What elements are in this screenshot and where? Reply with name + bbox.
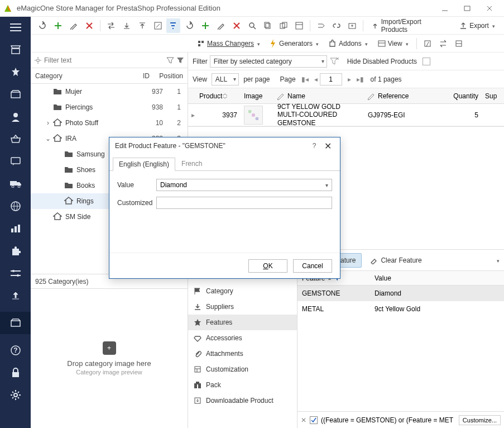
side-tab-pack[interactable]: Pack xyxy=(188,377,297,393)
view-button[interactable]: View xyxy=(373,36,413,51)
col-category[interactable]: Category xyxy=(35,72,116,80)
delete-button[interactable] xyxy=(82,18,97,33)
side-tab-features[interactable]: Features xyxy=(188,315,297,330)
tab-french[interactable]: French xyxy=(175,157,208,170)
feature-row[interactable]: GEMSTONEDiamond xyxy=(297,286,504,301)
filter-clear-icon[interactable] xyxy=(329,57,339,66)
tab-english[interactable]: English (English) xyxy=(113,158,175,171)
move-button[interactable] xyxy=(314,18,328,33)
refresh-button[interactable] xyxy=(35,18,50,33)
col-image[interactable]: Image xyxy=(241,92,274,100)
export-button[interactable] xyxy=(135,18,150,33)
link-button[interactable] xyxy=(329,18,344,33)
upload-icon[interactable] xyxy=(9,289,22,302)
col-position[interactable]: Position xyxy=(150,72,183,80)
menu-icon[interactable] xyxy=(9,21,22,34)
hide-disabled-checkbox[interactable] xyxy=(423,58,430,65)
export-button-right[interactable]: Export xyxy=(455,18,500,33)
box-icon[interactable] xyxy=(9,88,22,101)
edit-button[interactable] xyxy=(66,18,81,33)
close-button[interactable] xyxy=(478,0,501,17)
import-button[interactable] xyxy=(119,18,134,33)
help-icon[interactable]: ? xyxy=(9,344,22,356)
tree-row[interactable]: ›Photo Stuff102 xyxy=(31,115,188,131)
swap-button[interactable] xyxy=(104,18,118,33)
page-number-input[interactable] xyxy=(320,73,342,85)
minimize-button[interactable] xyxy=(434,0,456,17)
puzzle-icon[interactable] xyxy=(9,245,22,257)
products-delete-button[interactable] xyxy=(229,18,244,33)
lock-icon[interactable] xyxy=(9,367,22,379)
search-button[interactable] xyxy=(245,18,260,33)
tree-row[interactable]: Piercings9381 xyxy=(31,99,188,115)
gear-small-icon[interactable] xyxy=(34,56,42,64)
cancel-button[interactable]: Cancel xyxy=(293,259,332,273)
expander-icon[interactable]: › xyxy=(44,119,52,127)
side-tab-customization[interactable]: Customization xyxy=(188,362,297,377)
truck-icon[interactable] xyxy=(9,178,22,190)
addtab-button[interactable] xyxy=(345,18,359,33)
dialog-close-button[interactable]: ✕ xyxy=(321,141,334,151)
star-icon[interactable] xyxy=(9,66,22,78)
last-page-button[interactable]: ▸▮ xyxy=(357,75,364,83)
chat-icon[interactable] xyxy=(9,155,22,168)
maximize-button[interactable] xyxy=(456,0,478,17)
tree-row[interactable]: Mujer9371 xyxy=(31,84,188,99)
category-filter-input[interactable] xyxy=(44,56,164,64)
col-value[interactable]: Value xyxy=(370,274,504,282)
add-button[interactable] xyxy=(51,18,65,33)
archive-icon[interactable] xyxy=(0,312,31,334)
side-tab-attachments[interactable]: Attachments xyxy=(188,346,297,362)
ribbon-tool1[interactable] xyxy=(420,36,435,51)
mass-changers-button[interactable]: Mass Changers xyxy=(193,36,265,51)
filter-checkbox[interactable] xyxy=(310,416,318,424)
user-icon[interactable] xyxy=(9,111,22,123)
ribbon-tool3[interactable] xyxy=(452,36,466,51)
import-export-button[interactable]: Import/Export Products xyxy=(367,18,454,33)
filter-select[interactable]: Filter by selected category xyxy=(210,55,327,68)
product-row[interactable]: ▸ 3937 9CT YELLOW GOLD MULTI-COLOURED GE… xyxy=(188,104,504,126)
col-id[interactable]: ID xyxy=(116,72,150,80)
addons-button[interactable]: Addons xyxy=(324,36,372,51)
clone2-button[interactable] xyxy=(292,18,306,33)
feature-row[interactable]: METAL9ct Yellow Gold xyxy=(297,301,504,317)
filter-close-icon[interactable]: ✕ xyxy=(301,416,306,424)
sliders-icon[interactable] xyxy=(9,267,22,279)
ok-button[interactable]: OK xyxy=(248,259,287,273)
value-select[interactable]: Diamond xyxy=(156,179,332,191)
basket-icon[interactable] xyxy=(9,133,22,145)
col-product[interactable]: Product xyxy=(196,92,241,100)
ribbon-tool2[interactable] xyxy=(436,36,450,51)
prev-page-button[interactable]: ◂ xyxy=(314,75,318,83)
products-add-button[interactable] xyxy=(198,18,213,33)
products-edit-button[interactable] xyxy=(214,18,228,33)
filter-toggle-button[interactable] xyxy=(166,18,181,33)
copy-button[interactable] xyxy=(261,18,275,33)
clone-button[interactable] xyxy=(276,18,291,33)
customized-input[interactable] xyxy=(156,197,332,209)
customize-button[interactable]: Customize... xyxy=(459,415,501,425)
side-tab-downloadable-product[interactable]: Downloadable Product xyxy=(188,393,297,408)
store-icon[interactable] xyxy=(9,44,22,56)
col-sup[interactable]: Sup xyxy=(482,92,504,100)
next-page-button[interactable]: ▸ xyxy=(348,75,351,83)
first-page-button[interactable]: ▮◂ xyxy=(301,75,309,83)
side-tab-suppliers[interactable]: Suppliers xyxy=(188,299,297,315)
col-reference[interactable]: Reference xyxy=(364,92,443,100)
grid-edit-button[interactable] xyxy=(151,18,165,33)
generators-button[interactable]: Generators xyxy=(266,36,323,51)
chart-icon[interactable] xyxy=(9,222,22,235)
globe-icon[interactable] xyxy=(9,200,22,212)
clear-feature-button[interactable]: Clear Feature xyxy=(364,253,427,268)
expander-icon[interactable]: ⌄ xyxy=(44,135,52,142)
filter-down-icon[interactable] xyxy=(176,56,184,64)
view-all-select[interactable]: ALL xyxy=(212,73,239,85)
col-quantity[interactable]: Quantity xyxy=(443,92,482,100)
side-tab-category[interactable]: Category xyxy=(188,283,297,299)
side-tab-accessories[interactable]: Accessories xyxy=(188,330,297,346)
products-refresh-button[interactable] xyxy=(183,18,197,33)
gear-icon[interactable] xyxy=(9,389,22,401)
filter-funnel-icon[interactable] xyxy=(166,56,174,64)
features-more-button[interactable] xyxy=(496,256,500,264)
category-image-drop[interactable]: + Drop category image here Category imag… xyxy=(31,288,188,428)
